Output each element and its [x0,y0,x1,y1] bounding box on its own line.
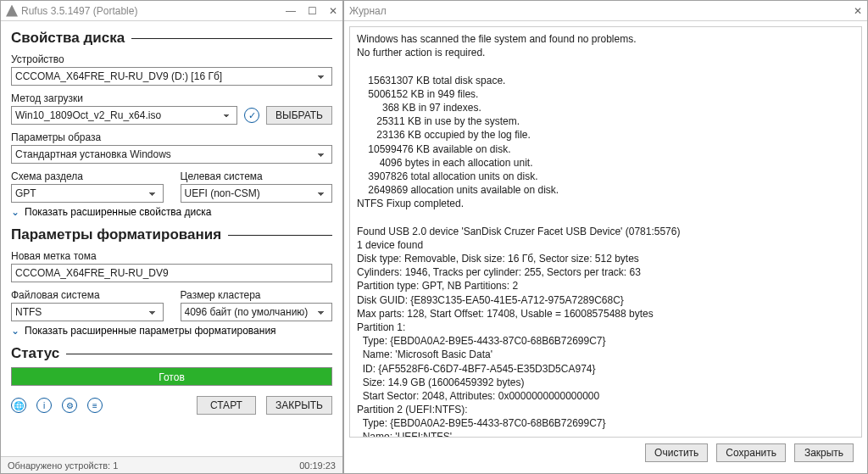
device-label: Устройство [11,53,332,65]
main-content: Свойства диска Устройство CCCOMA_X64FRE_… [1,21,342,456]
status-progress: Готов [11,367,332,386]
log-footer: Очистить Сохранить Закрыть [349,438,862,468]
close-button[interactable]: ЗАКРЫТЬ [266,396,332,415]
image-option-label: Параметры образа [11,131,332,143]
elapsed-time-text: 00:19:23 [299,460,336,471]
rufus-main-window: Rufus 3.5.1497 (Portable) — ☐ ✕ Свойства… [0,0,343,474]
clear-log-button[interactable]: Очистить [645,443,708,462]
save-log-button[interactable]: Сохранить [716,443,786,462]
window-title: Rufus 3.5.1497 (Portable) [21,5,286,17]
advanced-format-toggle[interactable]: ⌄ Показать расширенные параметры формати… [11,325,332,337]
partition-scheme-label: Схема раздела [11,170,164,182]
cluster-size-label: Размер кластера [181,289,333,301]
select-button[interactable]: ВЫБРАТЬ [266,106,332,125]
close-window-button[interactable]: ✕ [329,5,337,17]
titlebar: Rufus 3.5.1497 (Portable) — ☐ ✕ [1,1,342,21]
volume-label-label: Новая метка тома [11,250,332,262]
maximize-button[interactable]: ☐ [308,5,317,17]
image-option-select[interactable]: Стандартная установка Windows [11,145,332,164]
file-system-select[interactable]: NTFS [11,303,164,321]
minimize-button[interactable]: — [286,5,296,17]
app-icon [6,5,18,17]
status-header: Статус [11,345,332,362]
partition-scheme-select[interactable]: GPT [11,184,164,203]
target-system-label: Целевая система [181,170,333,182]
boot-selection-label: Метод загрузки [11,92,332,104]
log-content: Windows has scanned the file system and … [344,21,867,473]
devices-found-text: Обнаружено устройств: 1 [8,460,118,471]
log-window: Журнал ✕ Windows has scanned the file sy… [343,0,868,474]
chevron-down-icon: ⌄ [11,206,19,218]
file-system-label: Файловая система [11,289,164,301]
status-bar: Обнаружено устройств: 1 00:19:23 [1,456,342,473]
log-titlebar: Журнал ✕ [344,1,867,21]
language-icon[interactable]: 🌐 [11,398,26,413]
log-close-window-button[interactable]: ✕ [854,5,862,17]
target-system-select[interactable]: UEFI (non-CSM) [181,184,333,203]
drive-properties-header: Свойства диска [11,30,332,47]
log-window-title: Журнал [349,5,854,17]
info-icon[interactable]: i [36,398,52,413]
start-button[interactable]: СТАРТ [197,396,256,415]
device-select[interactable]: CCCOMA_X64FRE_RU-RU_DV9 (D:) [16 Гб] [11,67,332,86]
cluster-size-select[interactable]: 4096 байт (по умолчанию) [181,303,333,321]
settings-icon[interactable]: ⚙ [62,398,77,413]
format-options-header: Параметры форматирования [11,226,332,243]
boot-selection-select[interactable]: Win10_1809Oct_v2_Ru_x64.iso [11,106,237,125]
volume-label-input[interactable] [11,264,332,282]
chevron-down-icon: ⌄ [11,325,19,337]
log-icon[interactable]: ≡ [87,398,103,413]
verify-icon[interactable]: ✓ [244,108,259,123]
advanced-drive-toggle[interactable]: ⌄ Показать расширенные свойства диска [11,206,332,218]
log-textarea[interactable]: Windows has scanned the file system and … [349,26,862,438]
close-log-button[interactable]: Закрыть [794,443,854,462]
